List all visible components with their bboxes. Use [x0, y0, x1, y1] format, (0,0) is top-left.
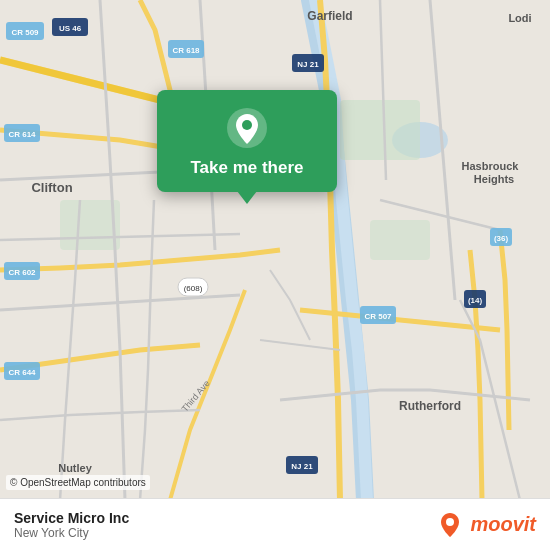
moovit-brand-text: moovit — [470, 513, 536, 536]
location-card: Take me there — [157, 90, 337, 192]
map-background: CR 509 US 46 CR 614 CR 618 NJ 21 CR 602 … — [0, 0, 550, 500]
svg-text:CR 602: CR 602 — [8, 268, 36, 277]
svg-text:CR 507: CR 507 — [364, 312, 392, 321]
svg-text:Heights: Heights — [474, 173, 514, 185]
location-subtitle: New York City — [14, 526, 129, 540]
svg-text:CR 614: CR 614 — [8, 130, 36, 139]
moovit-logo: moovit — [436, 511, 536, 539]
svg-text:Clifton: Clifton — [31, 180, 72, 195]
svg-text:US 46: US 46 — [59, 24, 82, 33]
svg-point-38 — [242, 120, 252, 130]
svg-text:(608): (608) — [184, 284, 203, 293]
location-title: Service Micro Inc — [14, 510, 129, 526]
svg-text:(14): (14) — [468, 296, 483, 305]
svg-text:CR 644: CR 644 — [8, 368, 36, 377]
svg-text:Hasbrouck: Hasbrouck — [462, 160, 520, 172]
svg-text:Garfield: Garfield — [307, 9, 352, 23]
svg-text:NJ 21: NJ 21 — [297, 60, 319, 69]
svg-text:CR 509: CR 509 — [11, 28, 39, 37]
bottom-bar: Service Micro Inc New York City moovit — [0, 498, 550, 550]
location-info: Service Micro Inc New York City — [14, 510, 129, 540]
svg-rect-4 — [370, 220, 430, 260]
take-me-there-button[interactable]: Take me there — [190, 158, 303, 178]
svg-rect-3 — [60, 200, 120, 250]
osm-attribution: © OpenStreetMap contributors — [6, 475, 150, 490]
svg-text:Nutley: Nutley — [58, 462, 93, 474]
moovit-pin-icon — [436, 511, 464, 539]
svg-text:Rutherford: Rutherford — [399, 399, 461, 413]
location-pin-icon — [225, 106, 269, 150]
svg-text:NJ 21: NJ 21 — [291, 462, 313, 471]
svg-text:(36): (36) — [494, 234, 509, 243]
svg-rect-2 — [340, 100, 420, 160]
svg-text:Lodi: Lodi — [508, 12, 531, 24]
svg-point-39 — [446, 518, 454, 526]
svg-text:CR 618: CR 618 — [172, 46, 200, 55]
map-container: CR 509 US 46 CR 614 CR 618 NJ 21 CR 602 … — [0, 0, 550, 550]
